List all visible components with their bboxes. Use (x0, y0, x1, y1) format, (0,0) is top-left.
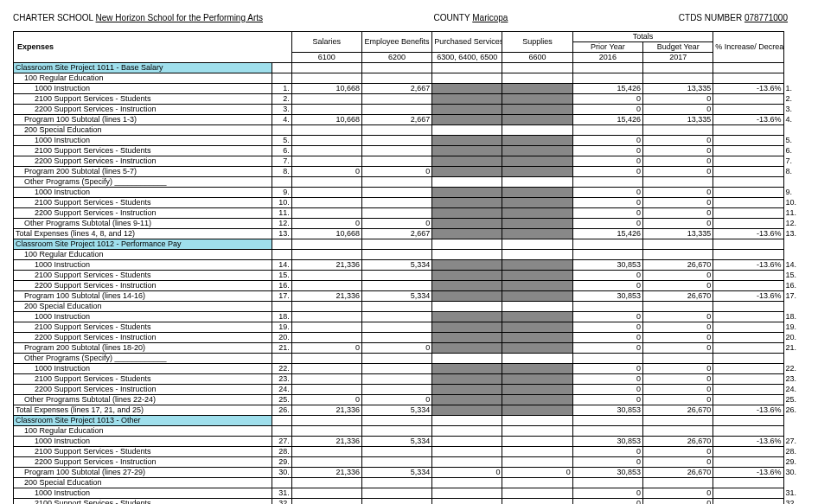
cell-salaries (291, 354, 361, 364)
row-lineno: 4. (272, 115, 292, 125)
county-value: Maricopa (472, 13, 508, 22)
row-desc: 2200 Support Services - Instruction (14, 156, 272, 167)
row-desc: 100 Regular Education (14, 250, 272, 260)
row-lineno2: 13. (783, 229, 805, 239)
cell-budget: 26,670 (643, 260, 713, 271)
cell-purchased (432, 271, 502, 281)
row-lineno2: 7. (783, 156, 805, 167)
row-desc: Program 100 Subtotal (lines 27-29) (14, 468, 272, 478)
row-lineno2: 5. (783, 136, 805, 146)
col-benefits: Employee Benefits (361, 32, 431, 53)
row-desc: 1000 Instruction (14, 364, 272, 374)
cell-prior: 0 (572, 105, 642, 115)
table-row: 1000 Instruction31.0031. (14, 488, 806, 499)
cell-salaries: 0 (291, 219, 361, 229)
cell-budget: 0 (643, 146, 713, 156)
row-lineno: 25. (272, 395, 292, 405)
table-row: 1000 Instruction9.009. (14, 188, 806, 198)
cell-budget: 0 (643, 281, 713, 291)
cell-pct (713, 281, 783, 291)
cell-supplies (502, 260, 572, 271)
row-desc: Total Expenses (lines 17, 21, and 25) (14, 405, 272, 416)
cell-budget: 13,335 (643, 84, 713, 94)
cell-salaries (291, 416, 361, 426)
row-lineno (272, 63, 292, 73)
cell-purchased (432, 208, 502, 219)
cell-salaries: 0 (291, 343, 361, 354)
cell-benefits (361, 198, 431, 208)
cell-purchased (432, 281, 502, 291)
table-row: 2200 Support Services - Instruction24.00… (14, 385, 806, 395)
row-desc: Other Programs Subtotal (lines 9-11) (14, 219, 272, 229)
cell-salaries: 0 (291, 395, 361, 405)
row-lineno: 15. (272, 271, 292, 281)
cell-purchased (432, 94, 502, 105)
cell-prior: 0 (572, 94, 642, 105)
cell-benefits (361, 426, 431, 437)
table-row: 2200 Support Services - Instruction16.00… (14, 281, 806, 291)
table-row: 2200 Support Services - Instruction11.00… (14, 208, 806, 219)
cell-purchased (432, 73, 502, 84)
cell-purchased (432, 125, 502, 136)
cell-purchased (432, 478, 502, 488)
row-lineno: 14. (272, 260, 292, 271)
cell-purchased (432, 84, 502, 94)
cell-budget (643, 73, 713, 84)
cell-benefits (361, 156, 431, 167)
row-lineno2: 10. (783, 198, 805, 208)
cell-supplies (502, 416, 572, 426)
cell-prior: 0 (572, 219, 642, 229)
cell-prior (572, 73, 642, 84)
row-lineno: 7. (272, 156, 292, 167)
cell-budget: 0 (643, 343, 713, 354)
cell-benefits (361, 136, 431, 146)
cell-purchased (432, 239, 502, 250)
cell-pct (713, 167, 783, 177)
cell-pct: -13.6% (713, 405, 783, 416)
table-row: 100 Regular Education (14, 73, 806, 84)
cell-pct: -13.6% (713, 84, 783, 94)
cell-prior: 0 (572, 271, 642, 281)
cell-salaries (291, 312, 361, 322)
cell-prior: 30,853 (572, 468, 642, 478)
cell-pct (713, 94, 783, 105)
cell-supplies (502, 188, 572, 198)
cell-supplies (502, 219, 572, 229)
row-lineno2: 8. (783, 167, 805, 177)
cell-purchased: 0 (432, 468, 502, 478)
cell-purchased (432, 260, 502, 271)
cell-budget: 0 (643, 188, 713, 198)
table-row: 1000 Instruction27.21,3365,33430,85326,6… (14, 437, 806, 447)
charter-label: CHARTER SCHOOL (13, 13, 93, 22)
cell-benefits (361, 105, 431, 115)
cell-purchased (432, 457, 502, 468)
row-desc: 1000 Instruction (14, 312, 272, 322)
cell-salaries (291, 364, 361, 374)
row-desc: Program 200 Subtotal (lines 18-20) (14, 343, 272, 354)
cell-salaries (291, 457, 361, 468)
cell-benefits: 2,667 (361, 84, 431, 94)
cell-salaries (291, 281, 361, 291)
table-row: 1000 Instruction5.005. (14, 136, 806, 146)
cell-purchased (432, 63, 502, 73)
cell-supplies (502, 437, 572, 447)
cell-supplies (502, 125, 572, 136)
cell-benefits: 5,334 (361, 468, 431, 478)
charter-value: New Horizon School for the Performing Ar… (96, 13, 263, 22)
row-lineno2: 2. (783, 94, 805, 105)
row-lineno: 1. (272, 84, 292, 94)
expenses-table: Expenses Salaries Employee Benefits Purc… (13, 31, 805, 504)
cell-benefits: 0 (361, 219, 431, 229)
table-row: 1000 Instruction14.21,3365,33430,85326,6… (14, 260, 806, 271)
col-salaries-sub: 6100 (291, 53, 361, 63)
cell-benefits (361, 488, 431, 499)
row-desc: 2200 Support Services - Instruction (14, 457, 272, 468)
cell-budget: 0 (643, 488, 713, 499)
row-lineno2: 17. (783, 291, 805, 302)
cell-prior (572, 416, 642, 426)
row-lineno2: 21. (783, 343, 805, 354)
cell-supplies (502, 457, 572, 468)
cell-supplies (502, 94, 572, 105)
row-lineno: 16. (272, 281, 292, 291)
row-lineno2: 23. (783, 374, 805, 385)
